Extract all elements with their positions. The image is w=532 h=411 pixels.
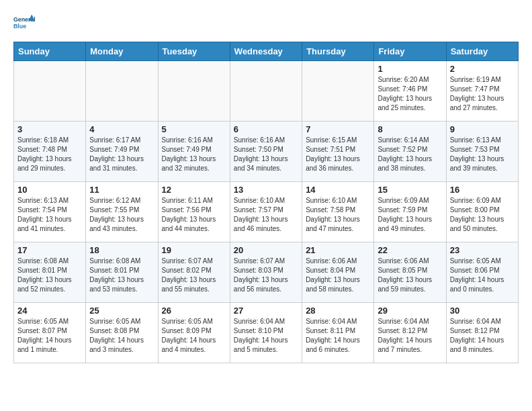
day-info: Sunrise: 6:12 AM Sunset: 7:55 PM Dayligh… [89,196,154,234]
day-number: 3 [17,124,82,134]
calendar-cell: 22Sunrise: 6:06 AM Sunset: 8:05 PM Dayli… [374,242,446,303]
day-number: 18 [89,245,154,255]
logo: General Blue [13,13,35,35]
day-info: Sunrise: 6:11 AM Sunset: 7:56 PM Dayligh… [162,196,226,234]
day-number: 15 [378,185,442,195]
day-number: 9 [450,124,515,134]
weekday-header: Monday [86,42,158,61]
calendar-week-row: 3Sunrise: 6:18 AM Sunset: 7:48 PM Daylig… [14,122,519,182]
day-number: 14 [306,185,370,195]
day-info: Sunrise: 6:08 AM Sunset: 8:01 PM Dayligh… [17,257,82,294]
svg-text:Blue: Blue [13,23,26,30]
calendar-week-row: 24Sunrise: 6:05 AM Sunset: 8:07 PM Dayli… [14,303,519,363]
calendar-cell: 11Sunrise: 6:12 AM Sunset: 7:55 PM Dayli… [86,182,158,242]
calendar-cell: 5Sunrise: 6:16 AM Sunset: 7:49 PM Daylig… [158,122,230,182]
day-number: 30 [450,306,515,316]
calendar-cell: 15Sunrise: 6:09 AM Sunset: 7:59 PM Dayli… [374,182,446,242]
day-info: Sunrise: 6:18 AM Sunset: 7:48 PM Dayligh… [17,136,82,173]
weekday-header: Tuesday [158,42,230,61]
calendar-cell: 30Sunrise: 6:04 AM Sunset: 8:12 PM Dayli… [446,303,518,363]
day-info: Sunrise: 6:14 AM Sunset: 7:52 PM Dayligh… [378,136,442,173]
day-info: Sunrise: 6:08 AM Sunset: 8:01 PM Dayligh… [89,257,154,294]
day-number: 26 [162,306,226,316]
day-info: Sunrise: 6:04 AM Sunset: 8:12 PM Dayligh… [378,317,442,355]
day-number: 24 [17,306,82,316]
day-number: 21 [306,245,370,255]
calendar-cell: 16Sunrise: 6:09 AM Sunset: 8:00 PM Dayli… [446,182,518,242]
day-number: 12 [162,185,226,195]
calendar-table: SundayMondayTuesdayWednesdayThursdayFrid… [13,42,519,363]
weekday-header-row: SundayMondayTuesdayWednesdayThursdayFrid… [14,42,519,61]
logo-icon: General Blue [13,13,35,35]
day-info: Sunrise: 6:06 AM Sunset: 8:04 PM Dayligh… [306,257,370,294]
day-info: Sunrise: 6:05 AM Sunset: 8:06 PM Dayligh… [450,257,515,294]
calendar-cell [302,61,374,122]
day-info: Sunrise: 6:16 AM Sunset: 7:49 PM Dayligh… [162,136,226,173]
day-number: 25 [89,306,154,316]
day-number: 8 [378,124,442,134]
day-number: 19 [162,245,226,255]
calendar-cell: 7Sunrise: 6:15 AM Sunset: 7:51 PM Daylig… [302,122,374,182]
calendar-week-row: 17Sunrise: 6:08 AM Sunset: 8:01 PM Dayli… [14,242,519,303]
day-number: 1 [378,64,442,74]
calendar-cell: 9Sunrise: 6:13 AM Sunset: 7:53 PM Daylig… [446,122,518,182]
day-info: Sunrise: 6:04 AM Sunset: 8:11 PM Dayligh… [306,317,370,355]
day-info: Sunrise: 6:17 AM Sunset: 7:49 PM Dayligh… [89,136,154,173]
calendar-cell [230,61,302,122]
day-info: Sunrise: 6:19 AM Sunset: 7:47 PM Dayligh… [450,75,515,113]
day-info: Sunrise: 6:04 AM Sunset: 8:12 PM Dayligh… [450,317,515,355]
day-info: Sunrise: 6:06 AM Sunset: 8:05 PM Dayligh… [378,257,442,294]
calendar-cell [86,61,158,122]
calendar-cell: 8Sunrise: 6:14 AM Sunset: 7:52 PM Daylig… [374,122,446,182]
calendar-cell: 21Sunrise: 6:06 AM Sunset: 8:04 PM Dayli… [302,242,374,303]
calendar-cell: 25Sunrise: 6:05 AM Sunset: 8:08 PM Dayli… [86,303,158,363]
calendar-cell: 4Sunrise: 6:17 AM Sunset: 7:49 PM Daylig… [86,122,158,182]
day-info: Sunrise: 6:05 AM Sunset: 8:08 PM Dayligh… [89,317,154,355]
calendar-cell [158,61,230,122]
calendar-cell: 27Sunrise: 6:04 AM Sunset: 8:10 PM Dayli… [230,303,302,363]
day-number: 23 [450,245,515,255]
weekday-header: Thursday [302,42,374,61]
weekday-header: Sunday [14,42,86,61]
day-number: 16 [450,185,515,195]
calendar-cell: 20Sunrise: 6:07 AM Sunset: 8:03 PM Dayli… [230,242,302,303]
day-info: Sunrise: 6:07 AM Sunset: 8:02 PM Dayligh… [162,257,226,294]
calendar-cell: 6Sunrise: 6:16 AM Sunset: 7:50 PM Daylig… [230,122,302,182]
day-info: Sunrise: 6:04 AM Sunset: 8:10 PM Dayligh… [234,317,298,355]
calendar-cell: 18Sunrise: 6:08 AM Sunset: 8:01 PM Dayli… [86,242,158,303]
weekday-header: Saturday [446,42,518,61]
day-info: Sunrise: 6:13 AM Sunset: 7:53 PM Dayligh… [450,136,515,173]
day-info: Sunrise: 6:16 AM Sunset: 7:50 PM Dayligh… [234,136,298,173]
day-number: 2 [450,64,515,74]
day-info: Sunrise: 6:09 AM Sunset: 8:00 PM Dayligh… [450,196,515,234]
day-number: 28 [306,306,370,316]
calendar-cell: 28Sunrise: 6:04 AM Sunset: 8:11 PM Dayli… [302,303,374,363]
day-number: 5 [162,124,226,134]
calendar-cell: 13Sunrise: 6:10 AM Sunset: 7:57 PM Dayli… [230,182,302,242]
day-info: Sunrise: 6:05 AM Sunset: 8:09 PM Dayligh… [162,317,226,355]
day-number: 6 [234,124,298,134]
calendar-cell: 2Sunrise: 6:19 AM Sunset: 7:47 PM Daylig… [446,61,518,122]
calendar-cell: 3Sunrise: 6:18 AM Sunset: 7:48 PM Daylig… [14,122,86,182]
day-number: 4 [89,124,154,134]
day-number: 10 [17,185,82,195]
calendar-week-row: 10Sunrise: 6:13 AM Sunset: 7:54 PM Dayli… [14,182,519,242]
calendar-cell: 26Sunrise: 6:05 AM Sunset: 8:09 PM Dayli… [158,303,230,363]
day-number: 7 [306,124,370,134]
day-info: Sunrise: 6:13 AM Sunset: 7:54 PM Dayligh… [17,196,82,234]
weekday-header: Wednesday [230,42,302,61]
calendar-cell: 19Sunrise: 6:07 AM Sunset: 8:02 PM Dayli… [158,242,230,303]
calendar-cell [14,61,86,122]
day-info: Sunrise: 6:07 AM Sunset: 8:03 PM Dayligh… [234,257,298,294]
calendar-cell: 24Sunrise: 6:05 AM Sunset: 8:07 PM Dayli… [14,303,86,363]
calendar-cell: 14Sunrise: 6:10 AM Sunset: 7:58 PM Dayli… [302,182,374,242]
calendar-cell: 1Sunrise: 6:20 AM Sunset: 7:46 PM Daylig… [374,61,446,122]
calendar-cell: 10Sunrise: 6:13 AM Sunset: 7:54 PM Dayli… [14,182,86,242]
day-number: 11 [89,185,154,195]
day-info: Sunrise: 6:10 AM Sunset: 7:58 PM Dayligh… [306,196,370,234]
day-number: 27 [234,306,298,316]
page-header: General Blue [13,13,519,35]
day-number: 13 [234,185,298,195]
day-info: Sunrise: 6:20 AM Sunset: 7:46 PM Dayligh… [378,75,442,113]
calendar-cell: 29Sunrise: 6:04 AM Sunset: 8:12 PM Dayli… [374,303,446,363]
